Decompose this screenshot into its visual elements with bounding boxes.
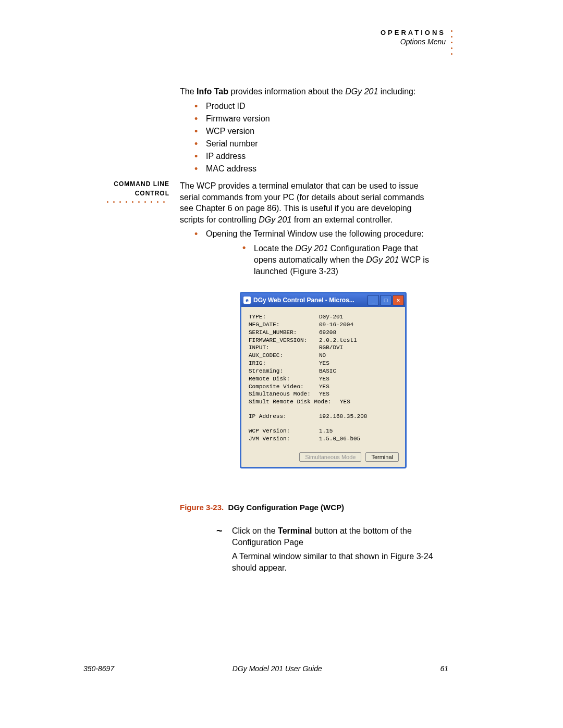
window-controls: _ □ ×	[368, 295, 404, 305]
page-footer: 350-8697 DGy Model 201 User Guide 61	[83, 664, 448, 673]
list-item: MAC address	[194, 164, 430, 174]
command-line-section: The WCP provides a terminal emulator tha…	[180, 180, 435, 287]
list-item: Serial number	[194, 139, 430, 149]
list-item: WCP version	[194, 127, 430, 136]
close-button[interactable]: ×	[393, 295, 404, 305]
terminal-button[interactable]: Terminal	[365, 452, 399, 462]
after-figure-text: Click on the Terminal button at the bott…	[216, 521, 438, 578]
sub-list-item: Click on the Terminal button at the bott…	[216, 525, 438, 573]
list-item: Product ID	[194, 102, 430, 111]
window-favicon-icon: e	[243, 297, 251, 304]
info-list: Product ID Firmware version WCP version …	[194, 102, 430, 174]
main-intro: The Info Tab provides information about …	[180, 86, 430, 184]
window-title: DGy Web Control Panel - Micros...	[253, 297, 354, 304]
window-titlebar: e DGy Web Control Panel - Micros... _ □ …	[241, 293, 405, 307]
simultaneous-mode-button[interactable]: Simultaneous Mode	[299, 452, 361, 462]
footer-page-number: 61	[440, 664, 448, 673]
sub-procedure-list: Locate the DGy 201 Configuration Page th…	[242, 243, 435, 277]
minimize-button[interactable]: _	[368, 295, 379, 305]
section2-paragraph: The WCP provides a terminal emulator tha…	[180, 180, 435, 225]
list-item: Firmware version	[194, 114, 430, 124]
figure-caption: Figure 3-23. DGy Configuration Page (WCP…	[180, 503, 344, 512]
sidebar-heading: COMMAND LINE CONTROL	[102, 180, 169, 197]
maximize-button[interactable]: □	[380, 295, 391, 305]
list-item: IP address	[194, 152, 430, 161]
page-header: OPERATIONS Options Menu	[381, 29, 446, 46]
header-dots	[451, 30, 452, 55]
sub-list-item: Locate the DGy 201 Configuration Page th…	[242, 243, 435, 277]
footer-left: 350-8697	[83, 664, 114, 673]
sub-procedure-list-2: Click on the Terminal button at the bott…	[216, 525, 438, 573]
footer-center: DGy Model 201 User Guide	[232, 664, 322, 673]
list-item: Opening the Terminal Window use the foll…	[194, 229, 435, 277]
sidebar-dots	[107, 201, 165, 203]
header-subsection: Options Menu	[381, 38, 446, 46]
config-window: e DGy Web Control Panel - Micros... _ □ …	[240, 292, 407, 468]
header-section: OPERATIONS	[381, 29, 446, 36]
window-body: TYPE:DGy-201 MFG_DATE:09-16-2004 SERIAL_…	[241, 307, 405, 448]
sub-result-text: A Terminal window similar to that shown …	[232, 551, 438, 573]
window-footer: Simultaneous Mode Terminal	[241, 448, 405, 467]
intro-paragraph: The Info Tab provides information about …	[180, 86, 430, 97]
procedure-list: Opening the Terminal Window use the foll…	[194, 229, 435, 277]
page: OPERATIONS Options Menu The Info Tab pro…	[0, 0, 563, 728]
